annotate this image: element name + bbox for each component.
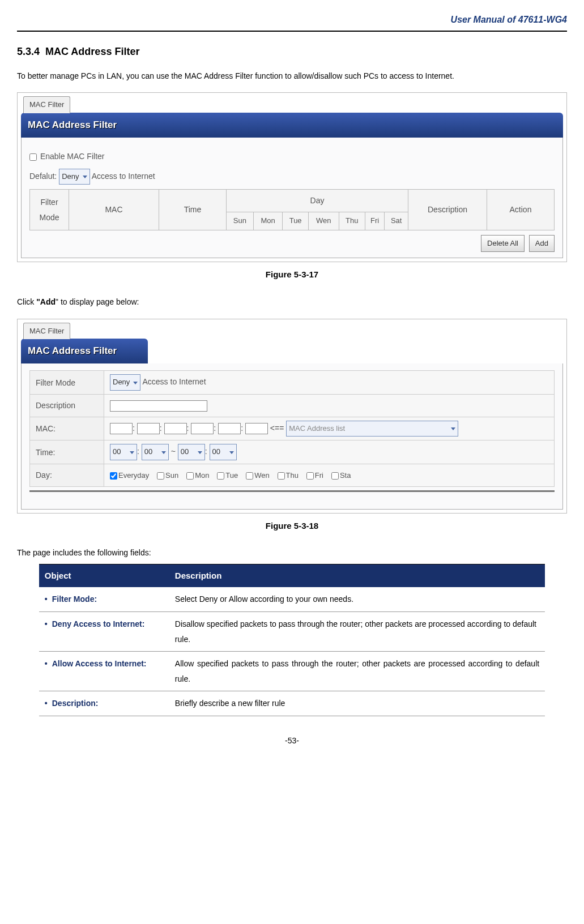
cb-fri-label: Fri: [315, 471, 323, 480]
click-add-prefix: Click: [17, 297, 36, 306]
doc-header: User Manual of 47611-WG4: [17, 11, 567, 32]
col-action: Action: [487, 190, 555, 230]
figure-caption-1: Figure 5-3-17: [17, 267, 567, 283]
mac-input-4[interactable]: [191, 423, 214, 434]
filter-mode-suffix: Access to Internet: [142, 377, 206, 386]
panel-body-2: Filter Mode Deny Access to Internet Desc…: [21, 363, 563, 509]
cb-everyday[interactable]: [110, 472, 117, 480]
panel-body-1: Enable MAC Filter Defalut: Deny Access t…: [21, 138, 563, 258]
col-filter-mode: Filter Mode: [30, 190, 69, 230]
col-description: Description: [408, 190, 487, 230]
intro-paragraph: To better manage PCs in LAN, you can use…: [17, 69, 567, 84]
divider: [29, 490, 555, 492]
page-number: -53-: [17, 733, 567, 748]
default-select[interactable]: Deny: [59, 169, 89, 185]
th-object: Object: [39, 564, 169, 587]
col-day: Day: [227, 190, 408, 212]
day-wen: Wen: [309, 212, 339, 230]
cb-thu[interactable]: [278, 472, 285, 480]
day-label: Day:: [30, 464, 104, 487]
cb-wen[interactable]: [246, 472, 253, 480]
day-thu: Thu: [339, 212, 365, 230]
table-row: •Deny Access to Internet: Disallow speci…: [39, 612, 545, 652]
click-add-bold: "Add: [36, 297, 56, 306]
cb-sun[interactable]: [157, 472, 164, 480]
default-label: Defalut:: [29, 172, 57, 181]
time-h2[interactable]: 00: [178, 444, 205, 460]
cb-everyday-label: Everyday: [118, 471, 149, 480]
enable-mac-filter-checkbox[interactable]: [29, 153, 37, 161]
col-time: Time: [159, 190, 227, 230]
panel-title-2: MAC Address Filter: [21, 339, 148, 363]
day-sat: Sat: [385, 212, 408, 230]
time-m2[interactable]: 00: [210, 444, 237, 460]
section-heading: 5.3.4MAC Address Filter: [17, 42, 567, 61]
click-add-suffix: " to display page below:: [56, 297, 139, 306]
filter-mode-select[interactable]: Deny: [110, 374, 140, 391]
cb-tue-label: Tue: [225, 471, 238, 480]
section-number: 5.3.4: [17, 46, 40, 57]
table-row: •Description: Briefly describe a new fil…: [39, 691, 545, 716]
desc-2: Allow specified packets to pass through …: [169, 652, 545, 691]
cb-wen-label: Wen: [254, 471, 270, 480]
obj-1: Deny Access to Internet:: [52, 619, 145, 628]
mac-input-5[interactable]: [218, 423, 241, 434]
mac-input-2[interactable]: [137, 423, 160, 434]
cb-fri[interactable]: [306, 472, 314, 480]
filter-table: Filter Mode MAC Time Day Description Act…: [29, 189, 555, 230]
cb-mon-label: Mon: [195, 471, 209, 480]
figure-caption-2: Figure 5-3-18: [17, 518, 567, 534]
tab-mac-filter-2[interactable]: MAC Filter: [23, 323, 70, 340]
cb-sta[interactable]: [331, 472, 339, 480]
mac-input-6[interactable]: [245, 423, 268, 434]
filter-mode-label: Filter Mode: [30, 371, 104, 395]
cb-mon[interactable]: [186, 472, 194, 480]
day-sun: Sun: [227, 212, 254, 230]
fields-intro: The page includes the following fields:: [17, 545, 567, 561]
mac-input-1[interactable]: [110, 423, 133, 434]
cb-thu-label: Thu: [286, 471, 299, 480]
delete-all-button[interactable]: Delete All: [481, 235, 525, 253]
desc-3: Briefly describe a new filter rule: [169, 691, 545, 716]
obj-0: Filter Mode:: [52, 594, 97, 604]
description-table: Object Description •Filter Mode: Select …: [39, 564, 545, 716]
add-button[interactable]: Add: [529, 235, 555, 253]
mac-label: MAC:: [30, 417, 104, 440]
mac-input-3[interactable]: [164, 423, 187, 434]
mac-list-select[interactable]: MAC Address list: [286, 421, 458, 437]
col-mac: MAC: [69, 190, 159, 230]
cb-tue[interactable]: [217, 472, 224, 480]
day-tue: Tue: [283, 212, 309, 230]
day-fri: Fri: [365, 212, 385, 230]
desc-0: Select Deny or Allow according to your o…: [169, 587, 545, 611]
time-label: Time:: [30, 440, 104, 464]
description-label: Description: [30, 395, 104, 417]
description-input[interactable]: [110, 400, 207, 412]
screenshot-2: MAC Filter MAC Address Filter Filter Mod…: [17, 319, 567, 514]
mac-arrow: <==: [270, 424, 284, 433]
obj-2: Allow Access to Internet:: [52, 659, 147, 668]
desc-1: Disallow specified packets to pass throu…: [169, 612, 545, 652]
tab-mac-filter[interactable]: MAC Filter: [23, 96, 70, 113]
cb-sta-label: Sta: [340, 471, 351, 480]
enable-mac-filter-label: Enable MAC Filter: [40, 152, 105, 161]
table-row: •Allow Access to Internet: Allow specifi…: [39, 652, 545, 691]
cb-sun-label: Sun: [165, 471, 178, 480]
time-h1[interactable]: 00: [110, 444, 137, 460]
time-m1[interactable]: 00: [142, 444, 169, 460]
panel-title: MAC Address Filter: [21, 113, 563, 138]
th-description: Description: [169, 564, 545, 587]
add-form: Filter Mode Deny Access to Internet Desc…: [29, 370, 555, 486]
table-row: •Filter Mode: Select Deny or Allow accor…: [39, 587, 545, 611]
click-add-paragraph: Click "Add" to display page below:: [17, 294, 567, 310]
section-title: MAC Address Filter: [45, 46, 139, 57]
screenshot-1: MAC Filter MAC Address Filter Enable MAC…: [17, 92, 567, 262]
day-mon: Mon: [253, 212, 282, 230]
default-suffix: Access to Internet: [92, 172, 155, 181]
obj-3: Description:: [52, 699, 99, 708]
